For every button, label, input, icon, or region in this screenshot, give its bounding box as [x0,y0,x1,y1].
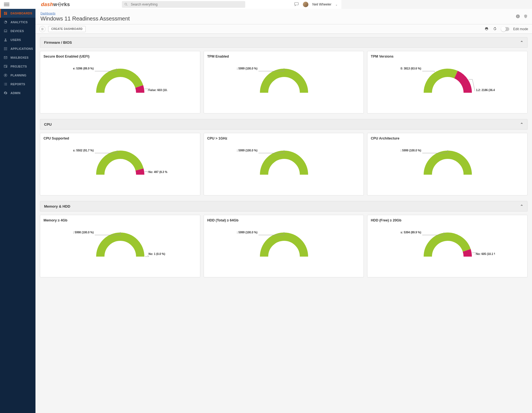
search-input[interactable] [130,2,243,7]
search-box[interactable] [122,1,245,8]
app-logo: dashw⦵rks [41,2,70,7]
user-name[interactable]: Neil Wheeler [312,2,331,6]
user-avatar[interactable] [303,2,308,7]
user-menu-chevron-icon[interactable]: ⌄ [335,3,337,6]
feedback-icon[interactable] [294,2,299,7]
menu-toggle-button[interactable] [4,2,9,7]
svg-line-27 [127,5,127,6]
search-icon [124,2,128,6]
svg-point-26 [125,3,127,5]
topbar: dashw⦵rks Neil Wheeler ⌄ [0,0,341,9]
svg-rect-28 [295,2,299,5]
